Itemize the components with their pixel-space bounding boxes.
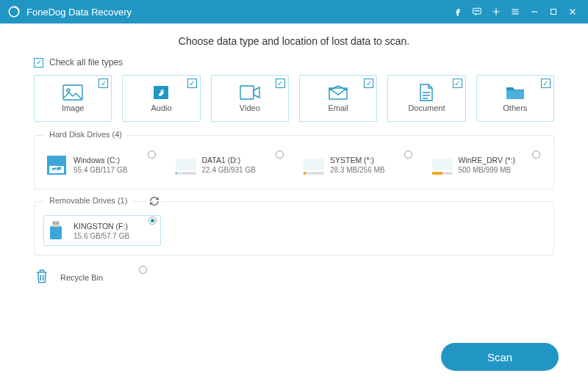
svg-point-2 bbox=[475, 10, 476, 11]
drive-name: WinRE_DRV (*:) bbox=[459, 156, 515, 164]
drive-icon bbox=[304, 154, 324, 175]
svg-rect-9 bbox=[240, 86, 254, 99]
svg-rect-15 bbox=[52, 221, 60, 227]
email-icon bbox=[327, 84, 349, 101]
video-icon bbox=[239, 84, 261, 101]
svg-rect-16 bbox=[54, 222, 55, 224]
svg-point-7 bbox=[67, 89, 70, 92]
check-all-row[interactable]: Check all file types bbox=[34, 57, 554, 68]
refresh-icon[interactable] bbox=[146, 196, 162, 209]
drive-card[interactable]: WinRE_DRV (*:)500 MB/999 MB bbox=[429, 149, 545, 180]
minimize-icon[interactable] bbox=[525, 2, 544, 21]
svg-point-3 bbox=[477, 10, 478, 11]
type-checkbox[interactable] bbox=[364, 79, 373, 88]
svg-point-4 bbox=[478, 10, 479, 11]
removable-drives-title: Removable Drives (1) bbox=[45, 196, 132, 205]
type-checkbox[interactable] bbox=[453, 79, 462, 88]
page-heading: Choose data type and location of lost da… bbox=[34, 35, 554, 47]
drive-icon bbox=[47, 220, 68, 241]
recycle-bin-row[interactable]: Recycle Bin bbox=[34, 267, 151, 288]
drive-slot[interactable]: WinRE_DRV (*:)500 MB/999 MB bbox=[429, 149, 545, 180]
drive-card[interactable]: DATA1 (D:)22.4 GB/931 GB bbox=[172, 149, 289, 180]
type-card-image[interactable]: Image bbox=[34, 75, 112, 122]
type-label: Image bbox=[62, 104, 85, 112]
type-card-audio[interactable]: Audio bbox=[122, 75, 200, 122]
type-checkbox[interactable] bbox=[541, 79, 551, 88]
check-all-label: Check all file types bbox=[49, 57, 123, 68]
hard-drives-section: Hard Disk Drives (4) Windows (C:)55.4 GB… bbox=[34, 135, 554, 189]
drive-size: 28.3 MB/256 MB bbox=[330, 166, 384, 174]
type-card-video[interactable]: Video bbox=[211, 75, 289, 122]
close-icon[interactable] bbox=[563, 2, 582, 21]
type-label: Others bbox=[503, 104, 527, 112]
drive-slot[interactable]: KINGSTON (F:)15.6 GB/57.7 GB bbox=[43, 215, 161, 246]
add-icon[interactable] bbox=[487, 2, 506, 21]
type-card-folder[interactable]: Others bbox=[476, 75, 554, 122]
drive-size: 55.4 GB/117 GB bbox=[74, 166, 127, 174]
check-all-checkbox[interactable] bbox=[34, 58, 43, 68]
audio-icon bbox=[150, 84, 172, 101]
file-types-row: ImageAudioVideoEmailDocumentOthers bbox=[34, 75, 554, 122]
type-card-email[interactable]: Email bbox=[299, 75, 377, 122]
drive-radio[interactable] bbox=[148, 151, 156, 159]
drive-size: 15.6 GB/57.7 GB bbox=[74, 232, 129, 240]
type-card-document[interactable]: Document bbox=[387, 75, 465, 122]
titlebar: FoneDog Data Recovery bbox=[0, 0, 588, 23]
recycle-bin-label: Recycle Bin bbox=[60, 273, 103, 282]
svg-rect-14 bbox=[50, 226, 62, 239]
drive-radio[interactable] bbox=[532, 151, 540, 159]
type-label: Email bbox=[328, 104, 348, 112]
type-label: Audio bbox=[151, 104, 171, 112]
drive-radio[interactable] bbox=[148, 217, 157, 225]
drive-icon bbox=[176, 154, 196, 175]
removable-drives-list: KINGSTON (F:)15.6 GB/57.7 GB bbox=[43, 215, 545, 246]
drive-icon bbox=[47, 154, 68, 175]
facebook-icon[interactable] bbox=[448, 2, 467, 21]
menu-icon[interactable] bbox=[506, 2, 525, 21]
image-icon bbox=[62, 84, 84, 101]
app-logo-icon bbox=[7, 5, 21, 18]
drive-size: 22.4 GB/931 GB bbox=[202, 166, 256, 174]
drive-radio[interactable] bbox=[276, 151, 284, 159]
drive-name: SYSTEM (*:) bbox=[330, 156, 384, 164]
feedback-icon[interactable] bbox=[467, 2, 487, 21]
drive-slot[interactable]: DATA1 (D:)22.4 GB/931 GB bbox=[172, 149, 289, 180]
drive-name: DATA1 (D:) bbox=[202, 156, 256, 164]
trash-icon bbox=[34, 267, 50, 288]
scan-button[interactable]: Scan bbox=[441, 343, 559, 371]
drive-card[interactable]: KINGSTON (F:)15.6 GB/57.7 GB bbox=[43, 215, 161, 246]
type-checkbox[interactable] bbox=[276, 79, 285, 88]
drive-icon bbox=[432, 154, 453, 175]
drive-name: KINGSTON (F:) bbox=[74, 222, 129, 231]
document-icon bbox=[415, 84, 437, 101]
drive-radio[interactable] bbox=[404, 151, 412, 159]
drive-card[interactable]: SYSTEM (*:)28.3 MB/256 MB bbox=[300, 149, 417, 180]
app-title: FoneDog Data Recovery bbox=[26, 7, 448, 18]
hard-drives-title: Hard Disk Drives (4) bbox=[45, 130, 126, 139]
drive-slot[interactable]: Windows (C:)55.4 GB/117 GB bbox=[43, 149, 160, 180]
drive-slot[interactable]: SYSTEM (*:)28.3 MB/256 MB bbox=[300, 149, 417, 180]
maximize-icon[interactable] bbox=[544, 2, 563, 21]
hard-drives-list: Windows (C:)55.4 GB/117 GBDATA1 (D:)22.4… bbox=[43, 149, 545, 180]
svg-rect-11 bbox=[506, 90, 524, 99]
type-checkbox[interactable] bbox=[98, 79, 108, 88]
drive-card[interactable]: Windows (C:)55.4 GB/117 GB bbox=[43, 149, 160, 180]
type-label: Video bbox=[240, 104, 260, 112]
type-checkbox[interactable] bbox=[187, 79, 197, 88]
type-label: Document bbox=[408, 104, 445, 112]
removable-drives-section: Removable Drives (1) KINGSTON (F:)15.6 G… bbox=[34, 201, 554, 256]
svg-rect-17 bbox=[57, 222, 58, 224]
svg-rect-5 bbox=[551, 10, 556, 15]
drive-name: Windows (C:) bbox=[74, 156, 127, 164]
drive-size: 500 MB/999 MB bbox=[459, 166, 515, 174]
recycle-bin-radio[interactable] bbox=[139, 266, 147, 274]
folder-icon bbox=[504, 84, 526, 101]
